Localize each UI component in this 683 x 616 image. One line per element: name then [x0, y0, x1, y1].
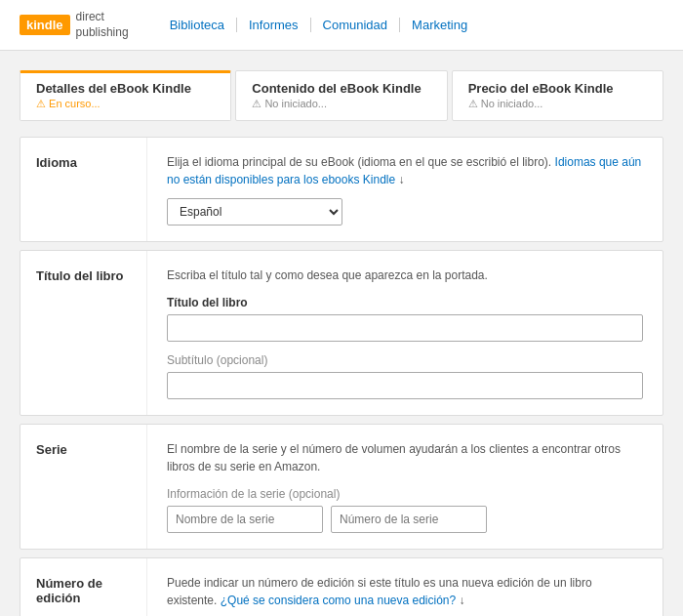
serie-inputs-row	[167, 506, 643, 533]
idioma-desc: Elija el idioma principal de su eBook (i…	[167, 153, 643, 188]
serie-desc: El nombre de la serie y el número de vol…	[167, 440, 643, 475]
edicion-link[interactable]: ¿Qué se considera como una nueva edición…	[221, 594, 456, 607]
tab-contenido[interactable]: Contenido del eBook Kindle ⚠ No iniciado…	[235, 70, 447, 121]
section-edicion: Número de edición Puede indicar un númer…	[20, 557, 663, 616]
section-edicion-label: Número de edición	[20, 558, 147, 616]
section-serie: Serie El nombre de la serie y el número …	[20, 424, 663, 550]
kindle-logo: kindle	[20, 15, 70, 35]
tab-detalles-label: Detalles del eBook Kindle	[36, 81, 215, 96]
edicion-desc: Puede indicar un número de edición si es…	[167, 574, 643, 609]
tab-bar: Detalles del eBook Kindle ⚠ En curso... …	[20, 70, 663, 121]
serie-nombre-input[interactable]	[167, 506, 323, 533]
section-titulo-label: Título del libro	[20, 251, 147, 415]
tab-contenido-status: ⚠ No iniciado...	[252, 98, 430, 110]
serie-field-label: Información de la serie (opcional)	[167, 487, 643, 501]
idioma-select[interactable]: Español Inglés Francés Alemán Italiano P…	[167, 198, 342, 226]
nav-informes[interactable]: Informes	[237, 18, 311, 32]
section-idioma-content: Elija el idioma principal de su eBook (i…	[147, 138, 663, 241]
tab-detalles-status: ⚠ En curso...	[36, 98, 215, 110]
section-serie-label: Serie	[20, 425, 147, 549]
subtitulo-input[interactable]	[167, 372, 643, 399]
titulo-input[interactable]	[167, 314, 643, 342]
nav-comunidad[interactable]: Comunidad	[311, 18, 401, 32]
tab-detalles[interactable]: Detalles del eBook Kindle ⚠ En curso...	[20, 70, 231, 121]
logo: kindle direct publishing	[20, 10, 129, 40]
logo-text: direct publishing	[76, 10, 129, 40]
serie-numero-input[interactable]	[331, 506, 487, 533]
section-titulo: Título del libro Escriba el título tal y…	[20, 250, 663, 416]
nav-biblioteca[interactable]: Biblioteca	[158, 18, 237, 32]
tab-precio-status: ⚠ No iniciado...	[468, 98, 647, 110]
titulo-field-label: Título del libro	[167, 296, 643, 309]
section-idioma: Idioma Elija el idioma principal de su e…	[20, 137, 663, 242]
section-idioma-label: Idioma	[20, 138, 147, 241]
main-content: Detalles del eBook Kindle ⚠ En curso... …	[20, 70, 663, 616]
titulo-desc: Escriba el título tal y como desea que a…	[167, 267, 643, 284]
section-serie-content: El nombre de la serie y el número de vol…	[147, 425, 663, 549]
header: kindle direct publishing Biblioteca Info…	[0, 0, 683, 51]
subtitulo-field-label: Subtítulo (opcional)	[167, 353, 643, 367]
section-edicion-content: Puede indicar un número de edición si es…	[147, 558, 663, 616]
section-titulo-content: Escriba el título tal y como desea que a…	[147, 251, 663, 415]
tab-precio-label: Precio del eBook Kindle	[468, 81, 647, 96]
main-nav: Biblioteca Informes Comunidad Marketing	[158, 18, 480, 32]
tab-precio[interactable]: Precio del eBook Kindle ⚠ No iniciado...	[452, 70, 663, 121]
nav-marketing[interactable]: Marketing	[400, 18, 479, 32]
tab-contenido-label: Contenido del eBook Kindle	[252, 81, 430, 96]
